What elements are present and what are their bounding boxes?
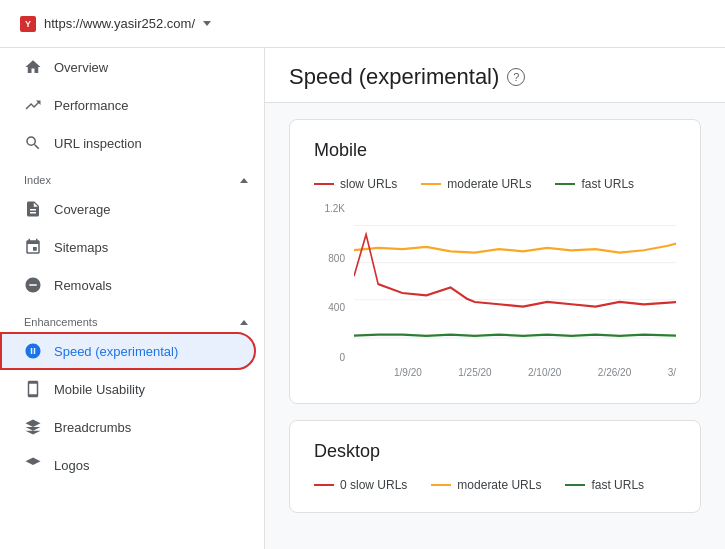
x-label-5: 3/ (668, 367, 676, 383)
sidebar-item-overview[interactable]: Overview (0, 48, 256, 86)
sidebar-item-removals[interactable]: Removals (0, 266, 256, 304)
sidebar-item-breadcrumbs[interactable]: Breadcrumbs (0, 408, 256, 446)
coverage-icon (24, 200, 42, 218)
slow-line (354, 235, 676, 307)
search-icon (24, 134, 42, 152)
x-label-1: 1/9/20 (394, 367, 422, 383)
sitemaps-icon (24, 238, 42, 256)
chevron-up-icon[interactable] (240, 320, 248, 325)
content-header: Speed (experimental) ? (265, 48, 725, 103)
sidebar-item-sitemaps[interactable]: Sitemaps (0, 228, 256, 266)
moderate-line-desktop-icon (431, 484, 451, 486)
sidebar-item-performance[interactable]: Performance (0, 86, 256, 124)
mobile-chart: 1.2K 800 400 0 (314, 203, 676, 383)
logos-icon (24, 456, 42, 474)
main-layout: Overview Performance URL inspection Inde… (0, 48, 725, 549)
y-label-2: 800 (328, 253, 345, 264)
sidebar-section-enhancements: Enhancements (0, 304, 264, 332)
help-icon[interactable]: ? (507, 68, 525, 86)
legend-moderate-desktop-label: moderate URLs (457, 478, 541, 492)
y-label-4: 0 (339, 352, 345, 363)
legend-moderate: moderate URLs (421, 177, 531, 191)
site-favicon: Y (20, 16, 36, 32)
mobile-legend: slow URLs moderate URLs fast URLs (314, 177, 676, 191)
chart-y-labels: 1.2K 800 400 0 (314, 203, 349, 363)
sidebar-item-label: Sitemaps (54, 240, 108, 255)
fast-line (354, 335, 676, 336)
mobile-card: Mobile slow URLs moderate URLs fast URLs (289, 119, 701, 404)
chevron-down-icon (203, 21, 211, 26)
sidebar-section-index: Index (0, 162, 264, 190)
content-body: Mobile slow URLs moderate URLs fast URLs (265, 103, 725, 529)
sidebar-item-label: Overview (54, 60, 108, 75)
content-area: Speed (experimental) ? Mobile slow URLs … (265, 48, 725, 549)
legend-fast-desktop: fast URLs (565, 478, 644, 492)
legend-slow-desktop-label: 0 slow URLs (340, 478, 407, 492)
sidebar-item-label: Coverage (54, 202, 110, 217)
sidebar-item-label: URL inspection (54, 136, 142, 151)
moderate-line-icon (421, 183, 441, 185)
legend-fast: fast URLs (555, 177, 634, 191)
legend-slow-desktop: 0 slow URLs (314, 478, 407, 492)
legend-fast-label: fast URLs (581, 177, 634, 191)
site-url: https://www.yasir252.com/ (44, 16, 195, 31)
trending-icon (24, 96, 42, 114)
desktop-card: Desktop 0 slow URLs moderate URLs fast U… (289, 420, 701, 513)
sidebar-item-speed[interactable]: Speed (experimental) (0, 332, 256, 370)
breadcrumbs-icon (24, 418, 42, 436)
fast-line-icon (555, 183, 575, 185)
speed-icon (24, 342, 42, 360)
desktop-legend: 0 slow URLs moderate URLs fast URLs (314, 478, 676, 492)
mobile-card-title: Mobile (314, 140, 676, 161)
slow-line-icon (314, 183, 334, 185)
y-label-1: 1.2K (324, 203, 345, 214)
legend-moderate-desktop: moderate URLs (431, 478, 541, 492)
sidebar-item-label: Mobile Usability (54, 382, 145, 397)
legend-moderate-label: moderate URLs (447, 177, 531, 191)
x-label-4: 2/26/20 (598, 367, 631, 383)
legend-fast-desktop-label: fast URLs (591, 478, 644, 492)
top-bar: Y https://www.yasir252.com/ (0, 0, 725, 48)
home-icon (24, 58, 42, 76)
chevron-up-icon[interactable] (240, 178, 248, 183)
slow-line-desktop-icon (314, 484, 334, 486)
sidebar-item-label: Removals (54, 278, 112, 293)
chart-svg (354, 203, 676, 383)
removals-icon (24, 276, 42, 294)
x-label-3: 2/10/20 (528, 367, 561, 383)
legend-slow: slow URLs (314, 177, 397, 191)
chart-svg-wrap: 1/9/20 1/25/20 2/10/20 2/26/20 3/ (354, 203, 676, 383)
mobile-icon (24, 380, 42, 398)
desktop-card-title: Desktop (314, 441, 676, 462)
sidebar-item-label: Speed (experimental) (54, 344, 178, 359)
sidebar-item-mobile-usability[interactable]: Mobile Usability (0, 370, 256, 408)
chart-x-labels: 1/9/20 1/25/20 2/10/20 2/26/20 3/ (394, 367, 676, 383)
sidebar-item-label: Logos (54, 458, 89, 473)
page-title: Speed (experimental) (289, 64, 499, 90)
site-selector[interactable]: Y https://www.yasir252.com/ (12, 12, 219, 36)
fast-line-desktop-icon (565, 484, 585, 486)
sidebar-item-coverage[interactable]: Coverage (0, 190, 256, 228)
y-label-3: 400 (328, 302, 345, 313)
sidebar-item-label: Performance (54, 98, 128, 113)
legend-slow-label: slow URLs (340, 177, 397, 191)
x-label-2: 1/25/20 (458, 367, 491, 383)
moderate-line (354, 244, 676, 253)
sidebar-item-logos[interactable]: Logos (0, 446, 256, 484)
sidebar: Overview Performance URL inspection Inde… (0, 48, 265, 549)
sidebar-item-label: Breadcrumbs (54, 420, 131, 435)
sidebar-item-url-inspection[interactable]: URL inspection (0, 124, 256, 162)
